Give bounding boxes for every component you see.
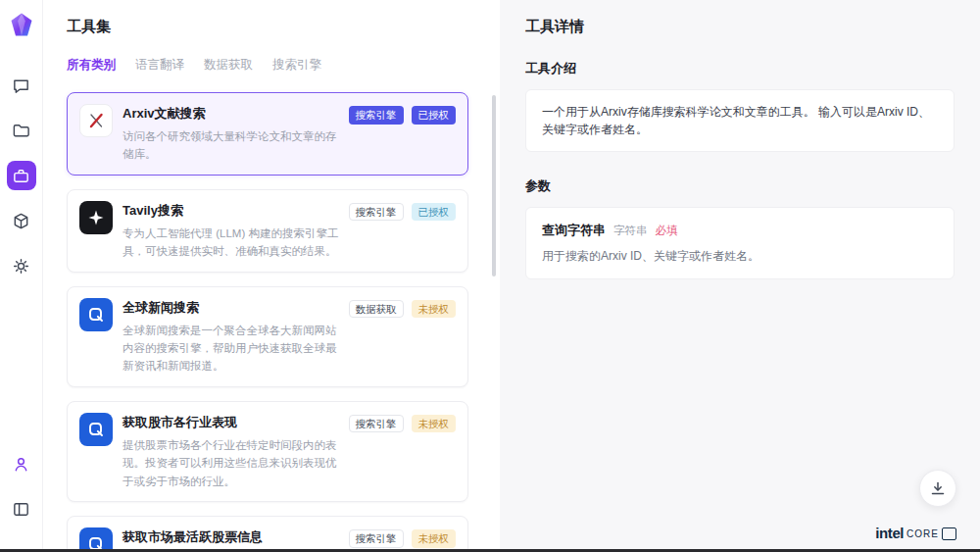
tool-badges: 数据获取 未授权 bbox=[349, 298, 457, 376]
tab-data-fetching[interactable]: 数据获取 bbox=[204, 54, 253, 76]
chat-icon[interactable] bbox=[7, 71, 36, 100]
download-button[interactable] bbox=[919, 470, 956, 507]
tool-description: 全球新闻搜索是一个聚合全球各大新闻网站内容的搜索引擎，帮助用户快速获取全球最新资… bbox=[122, 322, 339, 376]
parameter-name: 查询字符串 bbox=[542, 222, 606, 239]
tool-badges: 搜索引擎 未授权 bbox=[349, 413, 457, 490]
core-wordmark: CORE bbox=[906, 529, 939, 539]
tool-card-list: Arxiv文献搜索 访问各个研究领域大量科学论文和文章的存储库。 搜索引擎 已授… bbox=[43, 89, 500, 549]
user-icon[interactable] bbox=[7, 449, 36, 478]
category-badge: 搜索引擎 bbox=[349, 529, 404, 548]
package-icon[interactable] bbox=[7, 206, 36, 235]
tool-detail-panel: 工具详情 工具介绍 一个用于从Arxiv存储库搜索科学论文和文章的工具。 输入可… bbox=[500, 0, 980, 549]
auth-badge: 已授权 bbox=[412, 106, 457, 125]
auth-badge: 已授权 bbox=[412, 203, 457, 222]
app-window: 工具集 所有类别语言翻译数据获取搜索引擎 Arxiv文献搜索 访问各个研究领域大… bbox=[0, 0, 980, 549]
params-heading: 参数 bbox=[525, 177, 955, 195]
news-search-icon bbox=[79, 298, 113, 331]
tool-card[interactable]: 获取市场最活跃股票信息 提供当天交易量最高的股票列表，投资者可以利用这些信息来识… bbox=[67, 516, 468, 549]
tool-card[interactable]: Tavily搜索 专为人工智能代理 (LLM) 构建的搜索引擎工具，可快速提供实… bbox=[67, 189, 468, 273]
intel-core-logo: intel CORE bbox=[875, 526, 956, 540]
tool-card-body: 获取市场最活跃股票信息 提供当天交易量最高的股票列表，投资者可以利用这些信息来识… bbox=[122, 527, 339, 549]
category-badge: 搜索引擎 bbox=[349, 415, 404, 433]
tab-search-engines[interactable]: 搜索引擎 bbox=[272, 54, 321, 76]
tool-card[interactable]: 获取股市各行业表现 提供股票市场各个行业在特定时间段内的表现。投资者可以利用这些… bbox=[67, 401, 468, 502]
intel-badge-icon bbox=[942, 527, 956, 540]
stock-sector-icon bbox=[79, 413, 113, 446]
sparkle-icon bbox=[79, 201, 113, 234]
page-title: 工具集 bbox=[43, 18, 500, 36]
scrollbar-thumb[interactable] bbox=[492, 95, 496, 276]
category-badge: 搜索引擎 bbox=[349, 203, 404, 222]
app-logo-icon[interactable] bbox=[9, 12, 34, 37]
tool-card-body: Tavily搜索 专为人工智能代理 (LLM) 构建的搜索引擎工具，可快速提供实… bbox=[122, 201, 339, 261]
panel-toggle-icon[interactable] bbox=[7, 494, 36, 524]
parameter-type: 字符串 bbox=[613, 224, 648, 238]
category-tabs: 所有类别语言翻译数据获取搜索引擎 bbox=[43, 54, 500, 76]
tool-title: 全球新闻搜索 bbox=[122, 299, 339, 317]
parameter-card: 查询字符串 字符串 必填 用于搜索的Arxiv ID、关键字或作者姓名。 bbox=[525, 207, 955, 279]
tool-card[interactable]: Arxiv文献搜索 访问各个研究领域大量科学论文和文章的存储库。 搜索引擎 已授… bbox=[67, 92, 468, 176]
folder-icon[interactable] bbox=[7, 116, 36, 145]
sidebar-nav bbox=[7, 71, 36, 296]
tool-title: 获取股市各行业表现 bbox=[122, 414, 339, 431]
parameter-description: 用于搜索的Arxiv ID、关键字或作者姓名。 bbox=[542, 248, 938, 265]
tab-all-categories[interactable]: 所有类别 bbox=[67, 54, 116, 76]
tool-badges: 搜索引擎 未授权 bbox=[349, 527, 457, 549]
auth-badge: 未授权 bbox=[412, 529, 457, 548]
tab-language-translation[interactable]: 语言翻译 bbox=[135, 54, 184, 76]
intro-heading: 工具介绍 bbox=[525, 60, 955, 77]
tool-card-body: 全球新闻搜索 全球新闻搜索是一个聚合全球各大新闻网站内容的搜索引擎，帮助用户快速… bbox=[122, 298, 339, 376]
tool-card[interactable]: 全球新闻搜索 全球新闻搜索是一个聚合全球各大新闻网站内容的搜索引擎，帮助用户快速… bbox=[67, 286, 468, 387]
detail-title: 工具详情 bbox=[525, 18, 955, 36]
tool-title: Tavily搜索 bbox=[122, 202, 339, 220]
parameter-required-badge: 必填 bbox=[656, 224, 678, 238]
icon-rail bbox=[0, 0, 43, 549]
category-badge: 数据获取 bbox=[349, 300, 404, 319]
toolbox-icon[interactable] bbox=[7, 161, 36, 190]
tool-card-body: 获取股市各行业表现 提供股票市场各个行业在特定时间段内的表现。投资者可以利用这些… bbox=[122, 413, 339, 490]
download-icon bbox=[930, 480, 946, 496]
tool-badges: 搜索引擎 已授权 bbox=[349, 201, 457, 261]
tools-panel: 工具集 所有类别语言翻译数据获取搜索引擎 Arxiv文献搜索 访问各个研究领域大… bbox=[43, 0, 500, 549]
tool-card-body: Arxiv文献搜索 访问各个研究领域大量科学论文和文章的存储库。 bbox=[122, 104, 339, 164]
tool-badges: 搜索引擎 已授权 bbox=[349, 104, 457, 164]
auth-badge: 未授权 bbox=[412, 300, 457, 319]
tool-title: 获取市场最活跃股票信息 bbox=[122, 528, 339, 546]
auth-badge: 未授权 bbox=[412, 415, 457, 433]
tool-intro-card: 一个用于从Arxiv存储库搜索科学论文和文章的工具。 输入可以是Arxiv ID… bbox=[525, 89, 955, 152]
tool-title: Arxiv文献搜索 bbox=[122, 105, 339, 123]
tool-description: 专为人工智能代理 (LLM) 构建的搜索引擎工具，可快速提供实时、准确和真实的结… bbox=[122, 225, 339, 261]
active-stocks-icon bbox=[79, 527, 113, 549]
arxiv-logo-icon bbox=[79, 104, 113, 137]
tool-description: 访问各个研究领域大量科学论文和文章的存储库。 bbox=[122, 127, 339, 164]
sidebar-bottom-nav bbox=[7, 449, 36, 539]
gear-icon[interactable] bbox=[7, 251, 36, 280]
intel-wordmark: intel bbox=[875, 526, 904, 540]
tool-description: 提供股票市场各个行业在特定时间段内的表现。投资者可以利用这些信息来识别表现优于或… bbox=[122, 436, 339, 490]
category-badge: 搜索引擎 bbox=[349, 106, 404, 125]
parameter-header: 查询字符串 字符串 必填 bbox=[542, 222, 938, 239]
